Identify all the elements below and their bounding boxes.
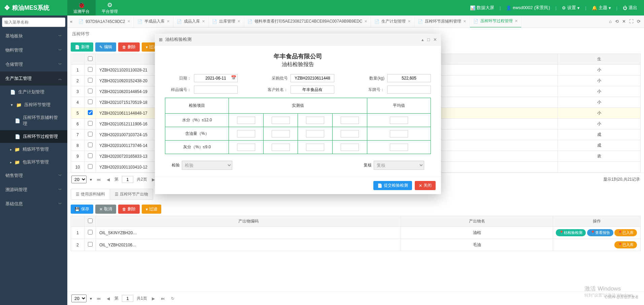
sidebar-group[interactable]: 生产加工管理︽ [0, 71, 67, 86]
close-icon[interactable]: ✕ [622, 19, 626, 24]
user-link[interactable]: 👤 ewsd0002 (宋景民) [506, 5, 550, 11]
sidebar-item[interactable]: 📄生产计划管理 [0, 86, 67, 98]
sub-filter-button[interactable]: ▾ 过滤 [142, 205, 161, 214]
measure-input[interactable] [306, 117, 324, 124]
sidebar-item[interactable]: ▸📁精炼环节管理 [0, 143, 67, 156]
sidebar-item[interactable]: ▸📁包装环节管理 [0, 156, 67, 169]
out-pager-next[interactable]: ▶ [150, 296, 156, 301]
top-menu-platform[interactable]: ⚙ 平台管理 [96, 0, 124, 16]
measure-input[interactable] [237, 144, 255, 151]
row-checkbox[interactable] [88, 143, 93, 147]
pager-first[interactable]: ⏮ [95, 177, 102, 182]
theme-link[interactable]: 🔔 主题 ▾ [592, 5, 611, 11]
row-checkbox[interactable] [88, 153, 93, 158]
tab[interactable]: 📄压榨环节过程管理✕ [470, 16, 521, 28]
close-icon[interactable]: ✕ [408, 19, 411, 24]
sidebar-group[interactable]: 物料管理︾ [0, 43, 67, 57]
measure-input[interactable] [341, 130, 359, 138]
row-checkbox[interactable] [88, 164, 93, 169]
sidebar-group[interactable]: 销售管理︾ [0, 169, 67, 183]
close-icon[interactable]: ✕ [127, 19, 130, 24]
modal-close-icon[interactable]: ✕ [433, 37, 437, 42]
modal-header[interactable]: ⊞ 油枯检验检测 ▴ □ ✕ [155, 34, 441, 45]
page-size[interactable]: 20 [71, 176, 87, 183]
close-button[interactable]: ✕ 关闭 [415, 181, 436, 190]
close-icon[interactable]: ✕ [515, 19, 518, 23]
row-checkbox[interactable] [88, 110, 93, 115]
tab[interactable]: 📄压榨环节原辅料管理✕ [414, 16, 470, 28]
op-badge[interactable]: 📍已入库 [614, 229, 637, 236]
refresh-icon[interactable]: ⟲ [615, 19, 619, 24]
measure-input[interactable] [272, 117, 290, 124]
tab[interactable]: 📄生产计划管理✕ [371, 16, 414, 28]
reload-icon[interactable]: ⟳ [637, 19, 641, 24]
tab[interactable]: 📄半成品入库✕ [134, 16, 173, 28]
fullscreen-icon[interactable]: ⛶ [629, 19, 634, 24]
measure-input[interactable] [341, 117, 359, 124]
top-menu-trace[interactable]: 🐞 追溯平台 [67, 0, 96, 16]
delete-button[interactable]: 🗑 删除 [118, 42, 140, 52]
sidebar-item[interactable]: ▼📁压榨环节管理 [0, 98, 67, 111]
add-button[interactable]: 📄 新增 [71, 42, 93, 52]
op-badge[interactable]: 📍已入库 [614, 241, 637, 248]
out-pager-last[interactable]: ⏭ [160, 296, 166, 301]
measure-input[interactable] [306, 144, 324, 151]
measure-input[interactable] [272, 144, 290, 151]
avg-input[interactable] [390, 130, 408, 138]
tab[interactable]: 📄领料单查看打印5AE2308271EC4BCE89AC007A9B9B9EDC… [244, 16, 371, 28]
close-icon[interactable]: ✕ [463, 19, 466, 24]
tabs-prev[interactable]: « [67, 19, 75, 24]
avg-input[interactable] [390, 117, 408, 124]
home-icon[interactable]: ⌂ [609, 19, 612, 24]
row-checkbox[interactable] [88, 67, 93, 72]
measure-input[interactable] [237, 117, 255, 124]
inspector-select[interactable]: 检验 [182, 161, 232, 170]
row-checkbox[interactable] [88, 78, 93, 83]
sidebar-item[interactable]: 📄压榨环节过程管理 [0, 130, 67, 143]
qty-input[interactable] [387, 74, 431, 82]
sidebar-item[interactable]: 📄压榨环节原辅料管理 [0, 111, 67, 130]
sidebar-group[interactable]: 基础信息︾ [0, 197, 67, 211]
settings-link[interactable]: ⚙ 设置 ▾ [562, 5, 580, 11]
sample-input[interactable] [194, 86, 238, 94]
logout-link[interactable]: ⏻ 退出 [623, 5, 637, 11]
avg-input[interactable] [390, 144, 408, 151]
calendar-icon[interactable]: 📅 [231, 75, 236, 80]
sub-tab-output[interactable]: ☰ 压榨环节产出物 [110, 189, 153, 200]
sidebar-group[interactable]: 溯源码管理︾ [0, 183, 67, 197]
out-pager-prev[interactable]: ◀ [105, 296, 111, 301]
row-checkbox[interactable] [88, 89, 93, 93]
close-icon[interactable]: ✕ [364, 19, 367, 24]
plate-input[interactable] [387, 86, 431, 94]
maximize-icon[interactable]: □ [427, 37, 430, 42]
close-icon[interactable]: ✕ [167, 19, 170, 24]
out-pager-first[interactable]: ⏮ [95, 296, 102, 301]
cancel-button[interactable]: ✕ 取消 [95, 205, 116, 214]
measure-input[interactable] [272, 130, 290, 138]
sub-delete-button[interactable]: 🗑 删除 [118, 205, 140, 214]
op-badge[interactable]: 📍枯检验检测 [556, 229, 586, 236]
measure-input[interactable] [341, 144, 359, 151]
sub-tab-materials[interactable]: ☰ 使用原料辅料 [71, 189, 110, 200]
tab[interactable]: 📄937D9A1A745C9DC2✕ [75, 16, 134, 28]
page-num[interactable] [122, 176, 133, 183]
tab[interactable]: 📄出库管理✕ [209, 16, 244, 28]
row-checkbox[interactable] [88, 121, 93, 126]
reviewer-select[interactable]: 复核 [374, 161, 424, 170]
customer-input[interactable] [291, 86, 334, 94]
batch-input[interactable] [291, 74, 334, 82]
pager-prev[interactable]: ◀ [105, 177, 111, 182]
close-icon[interactable]: ✕ [202, 19, 205, 24]
table-row[interactable]: 2OIL_YZBH202106…毛油📍已入库 [71, 239, 641, 251]
out-pager-refresh[interactable]: ↻ [170, 296, 176, 301]
edit-button[interactable]: ✎ 编辑 [95, 42, 116, 52]
out-page-num[interactable] [122, 295, 133, 302]
sidebar-group[interactable]: 仓储管理︾ [0, 57, 67, 71]
tab[interactable]: 📄成品入库✕ [173, 16, 209, 28]
minimize-icon[interactable]: ▴ [421, 37, 424, 42]
select-all[interactable] [88, 56, 93, 61]
save-button[interactable]: 💾 保存 [71, 205, 93, 214]
table-row[interactable]: 1OIL_SKINYZBH20…油枯📍枯检验检测 📍查看报告 📍已入库 [71, 227, 641, 239]
sidebar-group[interactable]: 基地板块︾ [0, 29, 67, 43]
dashboard-link[interactable]: 📊 数据大屏 [470, 5, 494, 11]
